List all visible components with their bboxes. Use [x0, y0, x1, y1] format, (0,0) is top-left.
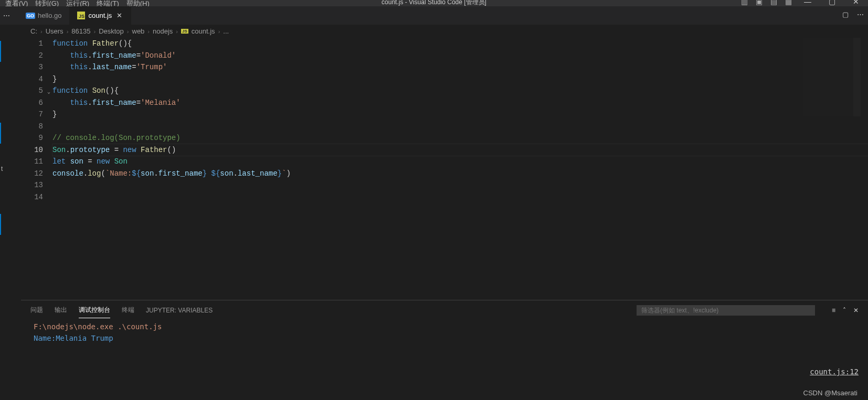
code-line[interactable]: this.first_name='Donald'	[52, 50, 868, 62]
chevron-right-icon: ›	[147, 28, 150, 35]
js-file-icon: JS	[77, 12, 86, 20]
code-line[interactable]	[52, 191, 868, 203]
breadcrumb[interactable]: C:› Users› 86135› Desktop› web› nodejs› …	[0, 25, 868, 38]
editor-tab-bar: ⋯ GO hello.go JS count.js ✕ ▢ ⋯	[0, 6, 868, 25]
panel-tab-terminal[interactable]: 终端	[122, 304, 134, 317]
panel-close-icon[interactable]: ✕	[853, 307, 859, 314]
bottom-panel: 问题 输出 调试控制台 终端 JUPYTER: VARIABLES ≡ ˄ ✕ …	[21, 300, 868, 381]
layout-toggle-3-icon[interactable]: ▤	[766, 0, 781, 6]
line-number: 14	[10, 191, 43, 203]
layout-toggle-2-icon[interactable]: ▣	[751, 0, 766, 6]
watermark-text: CSDN @Msaerati	[803, 389, 858, 397]
tab-overflow-icon[interactable]: ⋯	[3, 12, 11, 19]
code-line[interactable]: this.first_name='Melania'	[52, 97, 868, 109]
layout-toggle-4-icon[interactable]: ▦	[781, 0, 796, 6]
debug-console-output[interactable]: F:\nodejs\node.exe .\count.js Name:Melan…	[21, 317, 868, 348]
close-window-button[interactable]: ✕	[844, 0, 868, 6]
tab-close-icon[interactable]: ✕	[115, 12, 123, 19]
line-number: 12	[10, 168, 43, 180]
code-area[interactable]: function Father(){ this.first_name='Dona…	[52, 38, 868, 203]
panel-filter-input[interactable]	[637, 305, 815, 316]
tab-hello-go[interactable]: GO hello.go	[19, 6, 70, 25]
panel-tab-jupyter[interactable]: JUPYTER: VARIABLES	[146, 305, 213, 316]
crumb[interactable]: Desktop	[99, 27, 124, 35]
line-number: 10	[10, 144, 43, 156]
panel-tab-output[interactable]: 输出	[55, 304, 67, 317]
console-stdout-line: Name:Melania Trump	[34, 332, 855, 344]
line-number: 2	[10, 50, 43, 62]
maximize-button[interactable]: ▢	[820, 0, 844, 6]
code-line[interactable]: Son.prototype = new Father()	[52, 144, 868, 156]
panel-tab-bar: 问题 输出 调试控制台 终端 JUPYTER: VARIABLES ≡ ˄ ✕	[21, 300, 868, 317]
tab-count-js[interactable]: JS count.js ✕	[70, 6, 132, 25]
chevron-right-icon: ›	[93, 28, 96, 35]
code-line[interactable]: console.log(`Name:${son.first_name} ${so…	[52, 168, 868, 180]
code-editor[interactable]: 12345⌄67891011121314 function Father(){ …	[10, 38, 868, 203]
crumb[interactable]: C:	[30, 27, 37, 35]
chevron-right-icon: ›	[127, 28, 129, 35]
line-number-gutter: 12345⌄67891011121314	[10, 38, 52, 203]
title-bar: 查看(V) 转到(G) 运行(R) 终端(T) 帮助(H) count.js -…	[0, 0, 868, 6]
js-file-icon: JS	[181, 29, 188, 34]
code-line[interactable]	[52, 121, 868, 133]
layout-toggle-1-icon[interactable]: ▥	[737, 0, 751, 6]
crumb[interactable]: Users	[46, 27, 63, 35]
chevron-right-icon: ›	[67, 28, 69, 35]
fold-icon[interactable]: ⌄	[47, 87, 50, 99]
code-line[interactable]: let son = new Son	[52, 156, 868, 168]
code-line[interactable]: }	[52, 109, 868, 121]
split-editor-icon[interactable]: ▢	[842, 10, 849, 18]
chevron-right-icon: ›	[176, 28, 178, 35]
panel-collapse-icon[interactable]: ˄	[843, 307, 846, 314]
crumb[interactable]: nodejs	[153, 27, 173, 35]
panel-tab-problems[interactable]: 问题	[30, 304, 43, 317]
line-number: 7	[10, 109, 43, 121]
crumb[interactable]: 86135	[71, 27, 90, 35]
tab-label: hello.go	[38, 12, 62, 19]
line-number: 8	[10, 121, 43, 133]
crumb[interactable]: ...	[223, 27, 229, 35]
line-number: 4	[10, 73, 43, 85]
code-line[interactable]: function Father(){	[52, 38, 868, 50]
sidebar-letter: t	[1, 165, 3, 172]
line-number: 11	[10, 156, 43, 168]
code-line[interactable]: this.last_name='Trump'	[52, 61, 868, 73]
line-number: 5⌄	[10, 85, 43, 97]
minimap[interactable]	[803, 38, 861, 116]
code-line[interactable]: // console.log(Son.prototype)	[52, 132, 868, 144]
activity-bar-fragment	[0, 38, 10, 203]
line-number: 13	[10, 179, 43, 191]
editor-more-icon[interactable]: ⋯	[857, 10, 864, 18]
go-file-icon: GO	[26, 12, 35, 20]
code-line[interactable]	[52, 179, 868, 191]
line-number: 6	[10, 97, 43, 109]
chevron-right-icon: ›	[40, 28, 43, 35]
activity-selection-indicator	[0, 214, 1, 235]
line-number: 1	[10, 38, 43, 50]
panel-tab-debug-console[interactable]: 调试控制台	[79, 304, 110, 317]
tab-label: count.js	[89, 12, 112, 19]
code-line[interactable]: }	[52, 73, 868, 85]
chevron-right-icon: ›	[218, 28, 220, 35]
code-line[interactable]: function Son(){	[52, 85, 868, 97]
crumb[interactable]: count.js	[192, 27, 215, 35]
activity-selection-indicator	[0, 41, 1, 62]
stack-source-link[interactable]: count.js:12	[810, 367, 859, 376]
minimap-viewport[interactable]	[853, 38, 861, 116]
line-number: 3	[10, 61, 43, 73]
minimize-button[interactable]: ―	[796, 0, 820, 6]
filter-settings-icon[interactable]: ≡	[832, 307, 835, 314]
line-number: 9	[10, 132, 43, 144]
activity-selection-indicator	[0, 123, 1, 144]
console-command-line: F:\nodejs\node.exe .\count.js	[34, 321, 855, 332]
crumb[interactable]: web	[132, 27, 145, 35]
